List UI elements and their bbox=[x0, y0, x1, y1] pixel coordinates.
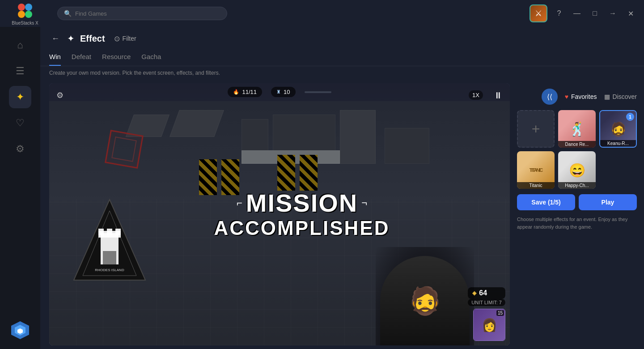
svg-text:RHODES ISLAND: RHODES ISLAND bbox=[95, 268, 124, 272]
bracket-left-1: ⌐ bbox=[237, 197, 242, 209]
svg-rect-12 bbox=[107, 229, 112, 235]
search-input[interactable] bbox=[75, 10, 220, 17]
panel-header: ⟨⟨ ♥ Favorites ▦ Discover bbox=[517, 89, 637, 105]
add-effect-card[interactable]: + bbox=[517, 110, 555, 148]
op-badge: 15 bbox=[496, 310, 504, 316]
tabs-row: Win Defeat Resource Gacha bbox=[40, 48, 644, 66]
sidebar-bottom bbox=[10, 320, 30, 342]
effects-icon: ✦ bbox=[16, 91, 24, 103]
back-button[interactable]: ← bbox=[49, 32, 62, 45]
effect-card-dance-re[interactable]: 🕺 Dance Re... bbox=[558, 110, 596, 148]
minimize-button[interactable]: — bbox=[571, 7, 583, 20]
tab-defeat[interactable]: Defeat bbox=[72, 48, 91, 66]
discover-icon: ▦ bbox=[604, 93, 610, 100]
keanu-label: Keanu-R... bbox=[600, 140, 636, 147]
header-row: ← ✦ Effect ⊙ Filter bbox=[40, 27, 644, 48]
mission-text-block: ⌐ MISSION ¬ ACCOMPLISHED bbox=[143, 189, 417, 239]
sidebar-item-effects[interactable]: ✦ bbox=[9, 86, 31, 108]
heart-icon: ♡ bbox=[16, 117, 25, 129]
add-icon: + bbox=[532, 121, 540, 137]
avatar-btn[interactable]: ⚔ bbox=[530, 4, 547, 22]
operator-card: 👩 15 bbox=[473, 309, 505, 341]
dance-label: Dance Re... bbox=[558, 141, 596, 148]
hp-display: 🔥 11/11 bbox=[228, 87, 262, 97]
save-button[interactable]: Save (1/5) bbox=[517, 194, 575, 210]
home-icon: ⌂ bbox=[17, 39, 23, 51]
favorites-heart-icon: ♥ bbox=[565, 93, 568, 100]
right-panel: ⟨⟨ ♥ Favorites ▦ Discover + bbox=[510, 83, 644, 345]
apps-icon: ☰ bbox=[16, 65, 25, 77]
bracket-right-1: ¬ bbox=[361, 197, 367, 209]
accomplished-text: ACCOMPLISHED bbox=[214, 217, 390, 239]
close-button[interactable]: ✕ bbox=[624, 7, 637, 20]
content-wrapper: RHODES ISLAND ⌐ MISSION ¬ ACCOMPLISHED bbox=[40, 80, 644, 349]
svg-rect-13 bbox=[115, 229, 121, 235]
filter-label: Filter bbox=[123, 35, 136, 42]
cost-icon: ◈ bbox=[472, 290, 476, 296]
logo-text: BlueStacks X bbox=[12, 21, 38, 26]
svg-point-3 bbox=[25, 11, 32, 18]
subtitle: Create your own mod version. Pick the ev… bbox=[40, 66, 644, 80]
tower-display: ♜ 10 bbox=[271, 87, 295, 97]
title-bar: BlueStacks X 🔍 ⚔ ? — □ → ✕ bbox=[0, 0, 644, 27]
tab-gacha[interactable]: Gacha bbox=[141, 48, 161, 66]
play-button[interactable]: Play bbox=[579, 194, 637, 210]
cost-value: 64 bbox=[479, 289, 487, 297]
filter-icon: ⊙ bbox=[114, 34, 120, 43]
discover-label: Discover bbox=[613, 93, 637, 100]
rhodes-island-logo: RHODES ISLAND bbox=[72, 197, 148, 284]
tab-win[interactable]: Win bbox=[49, 48, 61, 66]
speed-display[interactable]: 1X bbox=[469, 90, 483, 100]
effect-title: Effect bbox=[80, 34, 105, 44]
discover-button[interactable]: ▦ Discover bbox=[604, 93, 637, 100]
effect-icon: ✦ bbox=[67, 33, 75, 44]
effect-card-keanu-r[interactable]: 🧔 Keanu-R... 1 bbox=[599, 110, 637, 148]
share-button[interactable]: ⟨⟨ bbox=[542, 89, 558, 105]
maximize-button[interactable]: □ bbox=[589, 7, 601, 20]
info-text: Choose multiple effects for an event. En… bbox=[517, 216, 637, 230]
mission-line: ⌐ MISSION ¬ bbox=[237, 189, 367, 217]
settings-icon: ⚙ bbox=[16, 143, 25, 155]
hp-icon: 🔥 bbox=[233, 89, 239, 95]
title-bar-actions: ⚔ ? — □ → ✕ bbox=[530, 4, 637, 22]
bluestacks-logo-icon bbox=[16, 2, 34, 20]
sidebar-item-home[interactable]: ⌂ bbox=[9, 34, 31, 56]
favorites-button[interactable]: ♥ Favorites bbox=[565, 93, 597, 100]
sidebar-item-settings[interactable]: ⚙ bbox=[9, 138, 31, 160]
search-icon: 🔍 bbox=[64, 10, 72, 17]
game-hud: ⚙ 🔥 11/11 ♜ 10 1X ⏸ bbox=[49, 87, 510, 97]
svg-rect-11 bbox=[98, 229, 104, 235]
svg-rect-14 bbox=[103, 251, 116, 264]
accomplished-line: ACCOMPLISHED bbox=[214, 217, 390, 239]
rhodes-island-svg: RHODES ISLAND bbox=[72, 197, 148, 282]
sidebar-item-apps[interactable]: ☰ bbox=[9, 60, 31, 82]
help-button[interactable]: ? bbox=[553, 7, 565, 20]
share-icon: ⟨⟨ bbox=[547, 93, 552, 101]
favorites-label: Favorites bbox=[571, 93, 597, 100]
effect-card-happy-ch[interactable]: 😄 Happy-Ch... bbox=[558, 151, 596, 189]
filter-button[interactable]: ⊙ Filter bbox=[114, 34, 136, 43]
settings-hud-icon[interactable]: ⚙ bbox=[56, 90, 64, 100]
forward-button[interactable]: → bbox=[606, 7, 619, 20]
search-bar[interactable]: 🔍 bbox=[57, 7, 227, 20]
progress-bar bbox=[305, 91, 331, 93]
keanu-badge: 1 bbox=[626, 113, 634, 121]
unit-limit: UNIT LIMIT: 7 bbox=[468, 299, 505, 306]
sidebar: ⌂ ☰ ✦ ♡ ⚙ bbox=[0, 27, 40, 349]
main-content: ← ✦ Effect ⊙ Filter Win Defeat Resource … bbox=[40, 27, 644, 349]
sidebar-item-favorites[interactable]: ♡ bbox=[9, 112, 31, 134]
svg-point-0 bbox=[18, 4, 25, 11]
titanic-label: Titanic bbox=[517, 182, 555, 189]
effect-card-titanic[interactable]: TITANIC Titanic bbox=[517, 151, 555, 189]
keanu-figure: 🧔 bbox=[380, 256, 470, 345]
cost-display: ◈ 64 bbox=[468, 287, 505, 299]
pause-button[interactable]: ⏸ bbox=[494, 90, 503, 101]
tab-resource[interactable]: Resource bbox=[102, 48, 131, 66]
tower-value: 10 bbox=[284, 89, 290, 95]
hp-value: 11/11 bbox=[242, 89, 257, 95]
action-buttons: Save (1/5) Play bbox=[517, 194, 637, 210]
game-preview: RHODES ISLAND ⌐ MISSION ¬ ACCOMPLISHED bbox=[49, 83, 510, 345]
svg-point-2 bbox=[18, 11, 25, 18]
happy-label: Happy-Ch... bbox=[558, 182, 596, 189]
cost-area: ◈ 64 UNIT LIMIT: 7 bbox=[468, 287, 505, 306]
